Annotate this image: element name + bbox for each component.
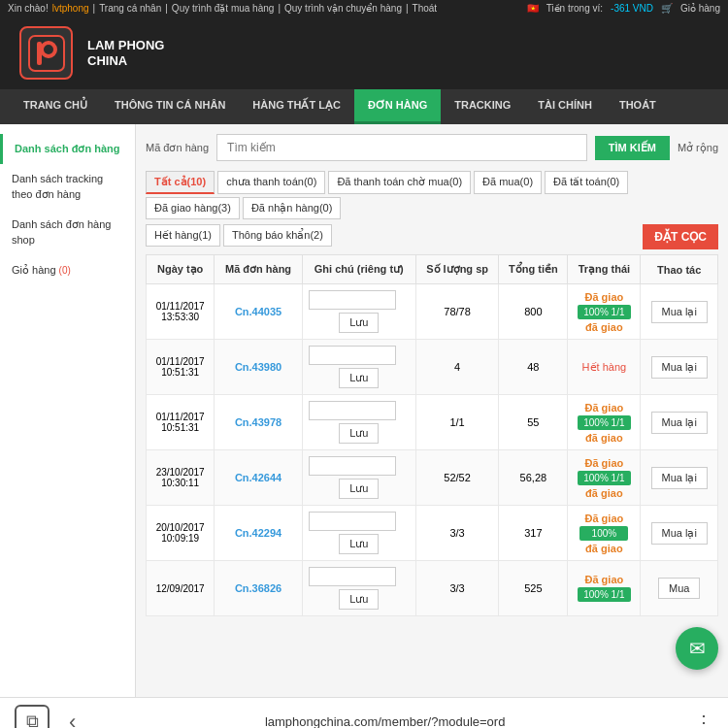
bottom-bar: ⧉ ‹ lamphongchina.com/member/?module=ord…: [0, 697, 728, 728]
note-input[interactable]: [309, 456, 396, 476]
tab-danhanhang[interactable]: Đã nhận hàng(0): [243, 197, 341, 219]
cell-qty: 4: [415, 340, 499, 395]
top-bar-right: 🇻🇳 Tiền trong ví: -361 VND 🛒 Giỏ hàng: [527, 3, 720, 14]
order-link[interactable]: Cn.43978: [235, 416, 281, 428]
logo-box: [19, 26, 73, 80]
nav-taichinh[interactable]: TÀI CHÍNH: [524, 89, 606, 124]
buy-again-button[interactable]: Mua: [658, 578, 700, 599]
order-link[interactable]: Cn.43980: [235, 361, 281, 373]
search-button[interactable]: TÌM KIẾM: [595, 136, 670, 160]
save-note-button[interactable]: Lưu: [339, 423, 379, 444]
cell-note[interactable]: Lưu: [302, 395, 415, 450]
sidebar-item-tracking[interactable]: Danh sách tracking theo đơn hàng: [0, 164, 135, 210]
cell-qty: 78/78: [415, 284, 499, 340]
sidebar-item-shop[interactable]: Danh sách đơn hàng shop: [0, 210, 135, 255]
buy-again-button[interactable]: Mua lại: [651, 467, 708, 489]
note-input[interactable]: [309, 290, 396, 310]
separator: |: [93, 3, 96, 14]
cell-qty: 1/1: [415, 395, 499, 450]
cell-note[interactable]: Lưu: [302, 561, 415, 616]
cell-note[interactable]: Lưu: [302, 450, 415, 506]
cell-orderid[interactable]: Cn.36826: [215, 561, 302, 616]
save-note-button[interactable]: Lưu: [339, 313, 379, 333]
tab-tatca[interactable]: Tất cả(10): [146, 171, 215, 194]
cell-action[interactable]: Mua lại: [641, 284, 718, 340]
col-note: Ghi chú (riêng tư): [302, 255, 415, 284]
cell-total: 800: [499, 284, 568, 340]
cell-total: 48: [499, 340, 568, 395]
table-row: 01/11/2017 10:51:31Cn.43978Lưu1/155Đã gi…: [147, 395, 718, 450]
note-input[interactable]: [309, 567, 396, 586]
col-orderid: Mã đơn hàng: [215, 255, 302, 284]
cell-action[interactable]: Mua lại: [641, 506, 718, 561]
buy-again-button[interactable]: Mua lại: [651, 522, 708, 545]
note-input[interactable]: [309, 346, 396, 365]
main-content: Mã đơn hàng TÌM KIẾM Mở rộng Tất cả(10) …: [136, 124, 728, 697]
deposit-button[interactable]: ĐẶT CỌC: [643, 224, 718, 249]
save-note-button[interactable]: Lưu: [339, 368, 379, 388]
save-note-button[interactable]: Lưu: [339, 479, 379, 499]
nav-trangchu[interactable]: TRANG CHỦ: [10, 89, 101, 124]
cell-date: 01/11/2017 10:51:31: [147, 395, 215, 450]
copy-tab-icon[interactable]: ⧉: [15, 705, 50, 729]
order-link[interactable]: Cn.44035: [235, 306, 281, 317]
tab-chuathanhtoan[interactable]: chưa thanh toán(0): [217, 171, 325, 194]
nav-hangthatac[interactable]: HÀNG THẤT LẠC: [239, 89, 354, 124]
save-note-button[interactable]: Lưu: [339, 534, 379, 554]
cell-note[interactable]: Lưu: [302, 340, 415, 395]
order-link[interactable]: Cn.42644: [235, 472, 281, 483]
link-logout[interactable]: Thoát: [413, 3, 438, 14]
buy-again-button[interactable]: Mua lại: [651, 356, 708, 379]
cell-note[interactable]: Lưu: [302, 284, 415, 340]
cell-orderid[interactable]: Cn.42644: [215, 450, 302, 506]
url-bar[interactable]: lamphongchina.com/member/?module=ord: [76, 714, 694, 728]
sidebar-item-cart[interactable]: Giỏ hàng (0): [0, 255, 135, 285]
note-input[interactable]: [309, 401, 396, 420]
cell-qty: 3/3: [415, 506, 499, 561]
bottom-nav: ⧉ ‹: [15, 705, 76, 729]
search-input[interactable]: [216, 134, 587, 161]
cell-action[interactable]: Mua lại: [641, 450, 718, 506]
cart-icon[interactable]: 🛒: [661, 3, 673, 14]
tab-damua[interactable]: Đã mua(0): [474, 171, 542, 194]
float-chat-button[interactable]: ✉: [676, 627, 718, 670]
col-status: Trạng thái: [568, 255, 641, 284]
cell-orderid[interactable]: Cn.42294: [215, 506, 302, 561]
nav-donhang[interactable]: ĐƠN HÀNG: [354, 89, 441, 124]
back-button[interactable]: ‹: [69, 710, 76, 729]
save-note-button[interactable]: Lưu: [339, 589, 379, 610]
tab-thongbaokhan[interactable]: Thông báo khẩn(2): [223, 224, 332, 247]
tab-datattoan[interactable]: Đã tất toán(0): [545, 171, 628, 194]
order-link[interactable]: Cn.42294: [235, 527, 281, 539]
link-order-process[interactable]: Quy trình đặt mua hàng: [172, 3, 275, 14]
cell-action[interactable]: Mua lại: [641, 340, 718, 395]
progress-bar: 100% 1/1: [578, 305, 630, 319]
nav-thoat[interactable]: THOÁT: [606, 89, 670, 124]
cell-note[interactable]: Lưu: [302, 506, 415, 561]
order-link[interactable]: Cn.36826: [235, 582, 281, 594]
cell-total: 56,28: [499, 450, 568, 506]
nav-tracking[interactable]: TRACKING: [441, 89, 524, 124]
sidebar-item-donhang[interactable]: Danh sách đơn hàng: [0, 134, 135, 164]
tab-dathanhtoan[interactable]: Đã thanh toán chờ mua(0): [328, 171, 471, 194]
expand-button[interactable]: Mở rộng: [678, 142, 718, 154]
cell-action[interactable]: Mua: [641, 561, 718, 616]
cell-orderid[interactable]: Cn.44035: [215, 284, 302, 340]
note-input[interactable]: [309, 512, 396, 531]
buy-again-button[interactable]: Mua lại: [651, 412, 708, 434]
tab-hethang[interactable]: Hết hàng(1): [146, 224, 220, 247]
link-shipping-process[interactable]: Quy trình vận chuyển hàng: [284, 3, 402, 14]
username[interactable]: lvtphong: [52, 3, 89, 14]
status-delivered: Đã giao: [574, 402, 634, 414]
tab-dagiahang[interactable]: Đã giao hàng(3): [146, 197, 240, 219]
cell-date: 01/11/2017 13:53:30: [147, 284, 215, 340]
buy-again-button[interactable]: Mua lại: [651, 301, 708, 323]
cell-orderid[interactable]: Cn.43978: [215, 395, 302, 450]
cart-label[interactable]: Giỏ hàng: [680, 3, 720, 14]
more-options-button[interactable]: ⋮: [694, 711, 713, 729]
link-profile[interactable]: Trang cá nhân: [99, 3, 161, 14]
cell-orderid[interactable]: Cn.43980: [215, 340, 302, 395]
cell-action[interactable]: Mua lại: [641, 395, 718, 450]
nav-thongtin[interactable]: THÔNG TIN CÁ NHÂN: [101, 89, 239, 124]
logo-text: LAM PHONG CHINA: [87, 38, 164, 68]
